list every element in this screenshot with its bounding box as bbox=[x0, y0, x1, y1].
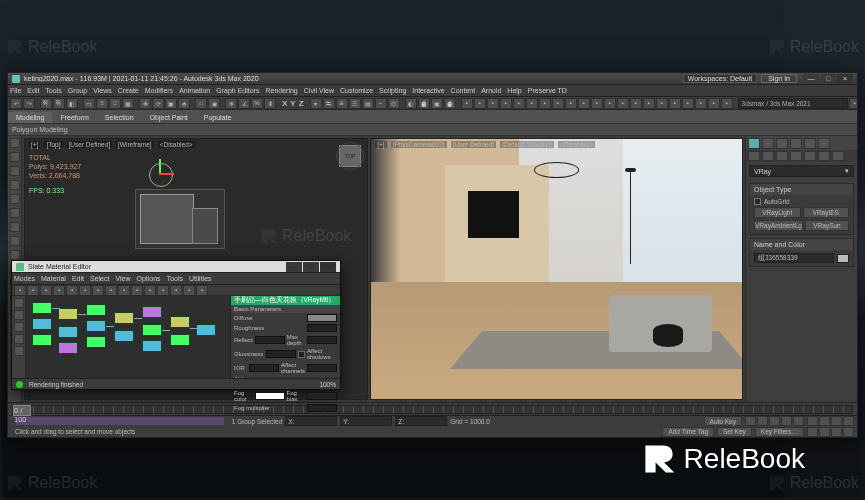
close-button[interactable]: × bbox=[837, 74, 853, 84]
coord-z[interactable]: Z: bbox=[395, 416, 447, 426]
vp-plus[interactable]: [+] bbox=[375, 141, 386, 148]
minimize-button[interactable]: — bbox=[803, 74, 819, 84]
tool-k[interactable]: ▪ bbox=[591, 98, 603, 109]
menu-tools[interactable]: Tools bbox=[45, 87, 61, 94]
mirror-button[interactable]: ⇋ bbox=[323, 98, 335, 109]
param-reflect-swatch[interactable] bbox=[255, 336, 285, 344]
material-node[interactable] bbox=[114, 330, 134, 342]
menu-preservetd[interactable]: Preserve TD bbox=[528, 87, 567, 94]
left-tool-6[interactable] bbox=[10, 208, 20, 218]
window-crossing-button[interactable]: ▦ bbox=[122, 98, 134, 109]
keyfilters-button[interactable]: Key Filters… bbox=[755, 427, 804, 437]
sme-menu-modes[interactable]: Modes bbox=[14, 275, 35, 282]
param-fogcolor-swatch[interactable] bbox=[255, 392, 285, 400]
menu-modifiers[interactable]: Modifiers bbox=[145, 87, 173, 94]
param-ior-field[interactable] bbox=[249, 364, 279, 372]
viewport-top-labels[interactable]: [+] [Top] [User Defined] [Wireframe] <Di… bbox=[29, 141, 195, 148]
maxscript-listener[interactable] bbox=[15, 416, 225, 426]
vp-name[interactable]: [PhysCamera007] bbox=[391, 141, 447, 148]
tool-o[interactable]: ▪ bbox=[643, 98, 655, 109]
material-node[interactable] bbox=[142, 324, 162, 336]
tool-r[interactable]: ▪ bbox=[682, 98, 694, 109]
tool-m[interactable]: ▪ bbox=[617, 98, 629, 109]
sme-menu-edit[interactable]: Edit bbox=[72, 275, 84, 282]
tool-g[interactable]: ▪ bbox=[539, 98, 551, 109]
schematic-button[interactable]: ⌬ bbox=[388, 98, 400, 109]
axis-z-label[interactable]: Z bbox=[298, 99, 305, 108]
nav-orbit-button[interactable] bbox=[807, 427, 818, 437]
spinner-snap-button[interactable]: ⬍ bbox=[264, 98, 276, 109]
menu-views[interactable]: Views bbox=[93, 87, 112, 94]
move-button[interactable]: ✥ bbox=[139, 98, 151, 109]
tool-s[interactable]: ▪ bbox=[695, 98, 707, 109]
vp-name[interactable]: [Top] bbox=[44, 141, 62, 148]
menu-animation[interactable]: Animation bbox=[179, 87, 210, 94]
tool-n[interactable]: ▪ bbox=[630, 98, 642, 109]
slate-material-editor-window[interactable]: Slate Material Editor — □ × Modes Materi… bbox=[11, 260, 341, 390]
maximize-button[interactable]: □ bbox=[820, 74, 836, 84]
material-node[interactable] bbox=[86, 304, 106, 316]
tab-motion-icon[interactable] bbox=[790, 138, 802, 149]
material-node[interactable] bbox=[170, 334, 190, 346]
menu-interactive[interactable]: Interactive bbox=[412, 87, 444, 94]
sub-spacewarps-icon[interactable] bbox=[818, 151, 830, 161]
render-frame-button[interactable]: ▣ bbox=[431, 98, 443, 109]
sub-lights-icon[interactable] bbox=[776, 151, 788, 161]
align-button[interactable]: ≛ bbox=[336, 98, 348, 109]
place-button[interactable]: ⬘ bbox=[178, 98, 190, 109]
viewport-camera[interactable]: [+] [PhysCamera007] [User Defined] [Defa… bbox=[370, 138, 743, 400]
addtimetag-button[interactable]: Add Time Tag bbox=[662, 427, 714, 437]
sign-in-button[interactable]: Sign In bbox=[761, 74, 797, 83]
ribbon-tab-selection[interactable]: Selection bbox=[97, 112, 142, 123]
left-tool-3[interactable] bbox=[10, 166, 20, 176]
menu-civilview[interactable]: Civil View bbox=[304, 87, 334, 94]
sme-tool-6[interactable]: ▪ bbox=[79, 285, 91, 296]
param-glossiness-field[interactable] bbox=[266, 350, 296, 358]
left-tool-9[interactable] bbox=[10, 250, 20, 260]
left-tool-4[interactable] bbox=[10, 180, 20, 190]
left-tool-7[interactable] bbox=[10, 222, 20, 232]
scale-button[interactable]: ▣ bbox=[165, 98, 177, 109]
sme-tool-7[interactable]: ▪ bbox=[92, 285, 104, 296]
layers-button[interactable]: ☰ bbox=[349, 98, 361, 109]
sme-nav-3[interactable] bbox=[14, 322, 24, 332]
nav-zoom-button[interactable] bbox=[819, 416, 830, 426]
param-affectch-field[interactable] bbox=[307, 364, 337, 372]
sme-menu-select[interactable]: Select bbox=[90, 275, 109, 282]
sub-helpers-icon[interactable] bbox=[804, 151, 816, 161]
workspace-dropdown[interactable]: Workspaces: Default bbox=[683, 74, 757, 83]
material-editor-button[interactable]: ◐ bbox=[405, 98, 417, 109]
sme-nav-2[interactable] bbox=[14, 310, 24, 320]
tool-b[interactable]: ▪ bbox=[474, 98, 486, 109]
tool-u[interactable]: ▪ bbox=[721, 98, 733, 109]
material-node[interactable] bbox=[58, 342, 78, 354]
sme-nav-4[interactable] bbox=[14, 334, 24, 344]
next-frame-button[interactable] bbox=[781, 416, 792, 426]
sme-menu-options[interactable]: Options bbox=[137, 275, 161, 282]
tool-f[interactable]: ▪ bbox=[526, 98, 538, 109]
sme-tool-9[interactable]: ▪ bbox=[118, 285, 130, 296]
sme-tool-11[interactable]: ▪ bbox=[144, 285, 156, 296]
viewcube[interactable]: TOP bbox=[339, 145, 361, 167]
redo-button[interactable]: ↷ bbox=[23, 98, 35, 109]
link-button[interactable]: ⛓ bbox=[40, 98, 52, 109]
material-node[interactable] bbox=[86, 320, 106, 332]
menu-scripting[interactable]: Scripting bbox=[379, 87, 406, 94]
select-region-button[interactable]: □ bbox=[109, 98, 121, 109]
named-sel-button[interactable]: ▾ bbox=[310, 98, 322, 109]
sme-node-graph[interactable] bbox=[26, 296, 230, 378]
select-button[interactable]: ▭ bbox=[83, 98, 95, 109]
render-setup-button[interactable]: 🍵 bbox=[418, 98, 430, 109]
sme-menu-tools[interactable]: Tools bbox=[167, 275, 183, 282]
param-maxdepth-field[interactable] bbox=[307, 336, 337, 344]
tool-i[interactable]: ▪ bbox=[565, 98, 577, 109]
nav-zoomall-button[interactable] bbox=[831, 416, 842, 426]
curve-editor-button[interactable]: ~ bbox=[375, 98, 387, 109]
setkey-button[interactable]: Set Key bbox=[717, 427, 752, 437]
titlebar[interactable]: keting2020.max - 116.93M | 2021-01-11 21… bbox=[8, 73, 857, 85]
autokey-button[interactable]: Auto Key bbox=[704, 416, 742, 426]
sme-nav-1[interactable] bbox=[14, 298, 24, 308]
tool-d[interactable]: ▪ bbox=[500, 98, 512, 109]
menu-rendering[interactable]: Rendering bbox=[265, 87, 297, 94]
sme-nav-5[interactable] bbox=[14, 346, 24, 356]
